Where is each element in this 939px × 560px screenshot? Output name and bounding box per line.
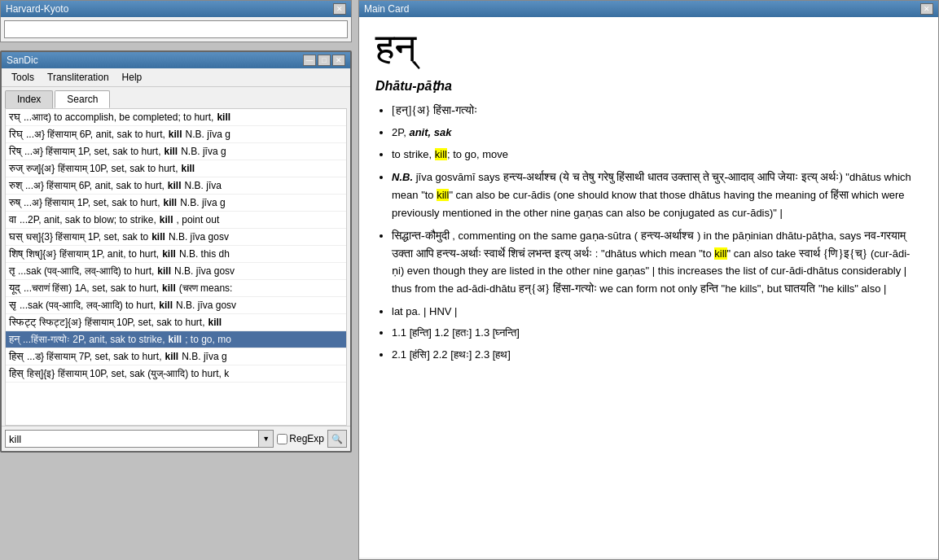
regexp-label-text: RegExp	[289, 433, 324, 444]
list-item[interactable]: स्फिट्ट् स्फिट्ट]{अ} हिंसायाम् 10P, set,…	[6, 314, 346, 331]
main-card-titlebar: Main Card ✕	[359, 1, 938, 17]
list-item[interactable]: हन् ...हिंसा-गत्योः 2P, anit, sak to str…	[6, 331, 346, 348]
sandic-window: SanDic — □ ✕ Tools Transliteration Help …	[0, 50, 352, 453]
hk-titlebar: Harvard-Kyoto ✕	[1, 1, 351, 17]
bullet4-devanagari: हन्त्य-अर्थाश्च (ये च तेषु गरेषु हिंसाथी…	[503, 171, 843, 183]
regexp-checkbox-label[interactable]: RegExp	[277, 433, 324, 444]
bullet5-svaartha: स्वार्थ {णि}इ{च्}	[799, 247, 867, 260]
main-card-body[interactable]: हन् Dhātu-pāṭha [हन्]{अ} हिंसा-गत्योः 2P…	[359, 17, 938, 558]
list-item-keyword: kill	[169, 334, 182, 345]
list-item-keyword: kill	[164, 197, 178, 208]
list-item-keyword: kill	[160, 214, 173, 225]
bullet4-jiva: jīva gosvāmī says	[416, 171, 503, 183]
list-item[interactable]: हिस् ...ड} हिंसायाम् 7P, set, sak to hur…	[6, 348, 346, 365]
list-item-prefix: सृ	[9, 299, 16, 312]
tab-bar: Index Search	[2, 87, 350, 108]
sandic-minimize-icon[interactable]: —	[303, 55, 316, 66]
bullet1-devanagari: [हन्]{अ} हिंसा-गत्योः	[392, 104, 477, 116]
bullet3-text: to strike, kill; to go, move	[392, 148, 508, 160]
hk-body	[1, 17, 351, 42]
main-card-title: Main Card	[364, 3, 409, 15]
sandic-title: SanDic	[7, 55, 38, 66]
list-item-prefix: शिष्	[9, 247, 23, 260]
tab-index[interactable]: Index	[5, 90, 53, 108]
content-bullet-5: सिद्धान्त-कौमुदी , commenting on the sam…	[392, 227, 922, 299]
list-item[interactable]: शिष् शिष्]{अ} हिंसायाम् 1P, anit, to hur…	[6, 246, 346, 263]
bullet2-text: 2P, anit, sak	[392, 126, 451, 138]
harvard-kyoto-window: Harvard-Kyoto ✕	[0, 0, 352, 42]
content-bullet-4: N.B. jīva gosvāmī says हन्त्य-अर्थाश्च (…	[392, 168, 922, 222]
list-item[interactable]: हिस् हिस्]{इ} हिंसायाम् 10P, set, sak (य…	[6, 365, 346, 383]
list-item[interactable]: रुश् ...अ} हिंसायाम् 6P, anit, sak to hu…	[6, 177, 346, 195]
list-item[interactable]: रुज् रुज्]{अ} हिंसायाम् 10P, set, sak to…	[6, 160, 346, 177]
card-devanagari-title: हन्	[375, 25, 922, 72]
hk-title: Harvard-Kyoto	[6, 3, 68, 15]
card-section-title: Dhātu-pāṭha	[375, 78, 922, 94]
main-card-close-icon[interactable]: ✕	[920, 3, 933, 15]
list-item-keyword: kill	[162, 248, 176, 260]
sandic-window-buttons: — □ ✕	[303, 55, 345, 66]
search-bar: ▼ RegExp 🔍	[2, 426, 350, 451]
content-bullet-2: 2P, anit, sak	[392, 125, 922, 142]
content-bullet-1: [हन्]{अ} हिंसा-गत्योः	[392, 102, 922, 120]
bullet4-nb: N.B.	[392, 171, 413, 183]
list-item[interactable]: वा ...2P, anit, sak to blow; to strike, …	[6, 212, 346, 229]
list-item-prefix: घस्	[9, 230, 23, 243]
menu-transliteration[interactable]: Transliteration	[41, 70, 116, 85]
list-item-prefix: हिस्	[9, 367, 24, 380]
list-item[interactable]: रिघ् ...अ} हिंसायाम् 6P, anit, sak to hu…	[6, 126, 346, 143]
card-content: [हन्]{अ} हिंसा-गत्योः 2P, anit, sak to s…	[375, 102, 922, 364]
list-item-prefix: स्फिट्ट्	[9, 316, 36, 329]
bullet8-text: 2.1 [हंसि] 2.2 [हथः] 2.3 [हथ]	[392, 348, 511, 361]
sandic-maximize-icon[interactable]: □	[318, 55, 331, 66]
list-item-keyword: kill	[165, 146, 178, 157]
list-item[interactable]: रिष् ...अ} हिंसायाम् 1P, set, sak to hur…	[6, 143, 346, 160]
search-input-wrap: ▼	[5, 430, 274, 448]
content-bullet-8: 2.1 [हंसि] 2.2 [हथः] 2.3 [हथ]	[392, 347, 922, 364]
sandic-menubar: Tools Transliteration Help	[2, 68, 350, 87]
bullet5-siddhanta: सिद्धान्त-कौमुदी	[392, 230, 450, 242]
menu-help[interactable]: Help	[116, 70, 149, 85]
list-item-keyword: kill	[157, 265, 171, 277]
bullet4-hinsa: हिंसा	[831, 189, 849, 201]
list-item-prefix: रिष्	[9, 145, 21, 158]
list-item-keyword: kill	[165, 351, 179, 362]
bullet5-rest5: "he kills" also |	[818, 282, 886, 295]
tab-search[interactable]: Search	[55, 90, 110, 108]
list-item-keyword: kill	[182, 163, 195, 174]
bullet5-han: हन्{अ} हिंसा-गत्योः	[519, 282, 597, 295]
hk-search-input[interactable]	[4, 20, 348, 38]
hk-close-icon[interactable]: ✕	[333, 3, 346, 15]
bullet5-ghatayati: घातयति	[784, 282, 815, 295]
list-item-prefix: रुज्	[9, 162, 23, 175]
bullet5-hanty: हन्त्य-अर्थाश्च	[641, 230, 695, 242]
list-item-keyword: kill	[208, 317, 222, 328]
list-item-keyword: kill	[169, 129, 182, 140]
list-item-prefix: वा	[9, 213, 16, 226]
list-item[interactable]: रघ् ...आाद) to accomplish, be completed;…	[6, 109, 346, 126]
list-item-prefix: रुष्	[9, 196, 20, 209]
list-item[interactable]: रुष् ...अ} हिंसायाम् 1P, set, sak to hur…	[6, 195, 346, 212]
list-item-prefix: तृ	[9, 265, 15, 278]
sandic-close-icon[interactable]: ✕	[332, 55, 345, 66]
content-bullet-7: 1.1 [हन्ति] 1.2 [हतः] 1.3 [घ्नन्ति]	[392, 325, 922, 342]
list-item-prefix: रुश्	[9, 179, 22, 192]
list-item-prefix: यूद्	[9, 282, 20, 295]
bullet5-hanti: हन्ति	[700, 282, 718, 295]
regexp-checkbox[interactable]	[277, 434, 287, 444]
hk-window-buttons: ✕	[333, 3, 346, 15]
bullet5-text1: , commenting on the same gaṇa-sūtra (	[452, 230, 638, 242]
menu-tools[interactable]: Tools	[5, 70, 41, 85]
main-card-window: Main Card ✕ हन् Dhātu-pāṭha [हन्]{अ} हिं…	[358, 0, 939, 560]
search-results-list[interactable]: रघ् ...आाद) to accomplish, be completed;…	[5, 108, 347, 426]
list-item[interactable]: तृ ...sak (पव्-आादि, लव्-आादि) to hurt, …	[6, 263, 346, 280]
list-item[interactable]: घस् घस्]{3} हिंसायाम् 1P, set, sak to ki…	[6, 229, 346, 246]
bullet5-text2: ) in the pāṇinian dhātu-pāṭha, says	[697, 230, 864, 242]
search-dropdown-icon[interactable]: ▼	[259, 430, 274, 448]
list-item[interactable]: यूद् ...चराणं हिंसा) 1A, set, sak to hur…	[6, 280, 346, 297]
search-input[interactable]	[5, 430, 259, 448]
list-item-keyword: kill	[151, 231, 165, 243]
list-item[interactable]: सृ ...sak (पव्-आादि, लव्-आादि) to hurt, …	[6, 297, 346, 314]
bullet5-rest1: : "dhātus which mean "to kill" can also …	[595, 247, 799, 260]
search-go-button[interactable]: 🔍	[327, 430, 347, 448]
